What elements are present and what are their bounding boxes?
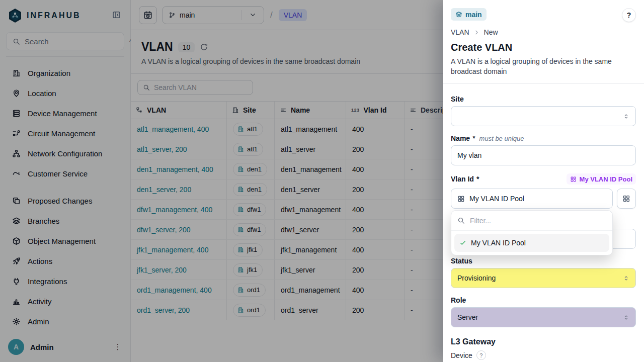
device-label-row: Device ? (451, 350, 636, 360)
check-icon (459, 239, 466, 246)
chevrons-up-down-icon (623, 113, 629, 120)
app-screen: INFRAHUB ^K OrganizationLocationDevice M… (0, 0, 644, 362)
site-label: Site (451, 95, 464, 103)
device-help-badge[interactable]: ? (476, 350, 486, 360)
name-label: Name (451, 134, 470, 142)
create-vlan-drawer: main ? VLAN New Create VLAN A VLAN is a … (443, 0, 644, 362)
pool-filter-input[interactable] (470, 217, 606, 225)
name-input[interactable] (457, 151, 629, 159)
vlan-id-field: Vlan Id * My VLAN ID Pool (451, 173, 636, 209)
status-field: Status Provisioning (451, 257, 636, 288)
chevron-right-icon (473, 29, 480, 36)
pool-grid-icon (570, 176, 577, 183)
vlan-id-label: Vlan Id (451, 175, 474, 183)
role-field: Role Server (451, 296, 636, 327)
breadcrumb-parent[interactable]: VLAN (451, 28, 469, 36)
pool-filter[interactable] (451, 211, 612, 231)
create-vlan-form: Site Name * must be unique (451, 84, 636, 362)
pool-option[interactable]: My VLAN ID Pool (454, 234, 609, 252)
drawer-branch-name: main (465, 11, 482, 19)
status-label: Status (451, 257, 472, 265)
pool-options: My VLAN ID Pool (451, 231, 612, 255)
pool-grid-icon (457, 195, 465, 203)
name-hint: must be unique (479, 135, 524, 142)
pool-dropdown: My VLAN ID Pool (451, 210, 613, 255)
layers-icon (455, 11, 462, 18)
pool-grid-icon (622, 195, 630, 203)
drawer-description: A VLAN is a logical grouping of devices … (451, 56, 636, 76)
role-select[interactable]: Server (451, 307, 636, 327)
status-select[interactable]: Provisioning (451, 268, 636, 288)
required-asterisk: * (476, 175, 479, 183)
chevrons-up-down-icon (623, 314, 629, 321)
chevrons-up-down-icon (623, 275, 629, 282)
search-icon (457, 217, 465, 224)
required-asterisk: * (472, 134, 475, 142)
site-field: Site (451, 95, 636, 126)
vlan-id-input[interactable] (469, 195, 606, 203)
site-select[interactable] (451, 106, 636, 126)
name-input-wrap (451, 145, 636, 165)
vlan-id-input-wrap (451, 189, 613, 209)
drawer-title: Create VLAN (451, 42, 636, 53)
role-label: Role (451, 296, 466, 304)
drawer-branch-badge: main (451, 8, 487, 21)
role-value: Server (457, 313, 623, 321)
device-label: Device (451, 351, 472, 359)
pool-picker-button[interactable] (617, 189, 636, 209)
pool-badge[interactable]: My VLAN ID Pool (567, 173, 636, 185)
help-button[interactable]: ? (622, 8, 636, 22)
pool-badge-label: My VLAN ID Pool (580, 175, 632, 183)
breadcrumb-current: New (484, 28, 498, 36)
l3-gateway-heading: L3 Gateway (451, 337, 636, 346)
drawer-breadcrumb: VLAN New (451, 28, 636, 36)
name-field: Name * must be unique (451, 134, 636, 165)
status-value: Provisioning (457, 274, 623, 282)
